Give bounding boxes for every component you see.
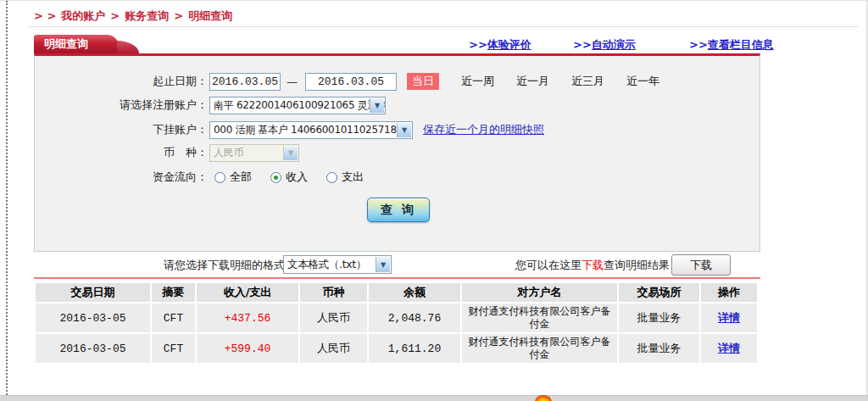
link-auto-demo[interactable]: >>自动演示 — [573, 37, 636, 53]
cell-balance: 1,611.20 — [367, 334, 460, 363]
detail-link[interactable]: 详情 — [718, 310, 740, 326]
form-row-flow: 资金流向： 全部 收入 支出 — [34, 168, 754, 187]
download-hint-link[interactable]: 下载 — [581, 259, 604, 271]
flow-option-label: 支出 — [342, 170, 364, 185]
breadcrumb-item-account-query[interactable]: 账务查询 — [125, 9, 169, 22]
chevron-down-icon[interactable]: ▼ — [376, 257, 390, 272]
date-range-dash: — — [287, 75, 298, 88]
date-to-input[interactable] — [305, 73, 397, 91]
download-format-label: 请您选择下载明细的格式 — [164, 258, 285, 273]
sub-account-select[interactable]: 000 活期 基本户 1406600101102571848 ▼ — [209, 121, 413, 139]
download-hint-before: 您可以在这里 — [515, 259, 581, 271]
range-last-week-button[interactable]: 近一周 — [461, 74, 494, 89]
radio-unchecked-icon — [214, 172, 225, 183]
range-last-month-button[interactable]: 近一月 — [516, 74, 549, 89]
link-arrows: >> — [469, 38, 487, 51]
breadcrumb-item-my-account[interactable]: 我的账户 — [61, 9, 105, 22]
save-snapshot-link[interactable]: 保存近一个月的明细快照 — [423, 122, 544, 137]
tab-detail-query: 明细查询 — [34, 35, 119, 53]
cell-currency: 人民币 — [298, 304, 367, 332]
form-row-sub-account: 下挂账户： 000 活期 基本户 1406600101102571848 ▼ 保… — [34, 120, 754, 139]
table-row: 2016-03-05 CFT +437.56 人民币 2,048.76 财付通支… — [36, 304, 757, 332]
link-experience-rating[interactable]: >>体验评价 — [469, 37, 531, 53]
flow-option-expense[interactable]: 支出 — [326, 170, 364, 185]
chevron-down-icon[interactable]: ▼ — [370, 98, 384, 113]
download-hint-after: 查询明细结果 — [604, 259, 670, 271]
cell-amount: +437.56 — [195, 304, 298, 332]
cell-balance: 2,048.76 — [367, 304, 460, 332]
date-from-input[interactable] — [209, 73, 281, 91]
date-range-label: 起止日期： — [34, 74, 208, 89]
form-row-date-range: 起止日期： — 当日 近一周 近一月 近三月 近一年 — [34, 72, 754, 91]
chevron-down-icon: ▼ — [283, 146, 298, 160]
cell-amount: +599.40 — [195, 334, 298, 363]
col-header-action: 操作 — [699, 283, 757, 302]
form-row-register-account: 请选择注册账户： 南平 6222001406100921065 灵通卡 ▼ — [34, 96, 754, 114]
table-top-separator — [34, 277, 760, 279]
col-header-channel: 交易场所 — [617, 283, 699, 302]
register-account-select[interactable]: 南平 6222001406100921065 灵通卡 ▼ — [209, 97, 386, 114]
tab-title: 明细查询 — [44, 37, 88, 50]
bottom-strip — [0, 395, 868, 401]
breadcrumb-divider — [29, 26, 858, 27]
link-label: 自动演示 — [592, 38, 636, 51]
left-dotted-border — [6, 1, 8, 401]
radio-checked-icon — [270, 172, 281, 183]
cell-counterparty: 财付通支付科技有限公司客户备付金 — [460, 334, 617, 363]
table-row: 2016-03-05 CFT +599.40 人民币 1,611.20 财付通支… — [36, 334, 757, 363]
breadcrumb-item-detail-query[interactable]: 明细查询 — [188, 9, 232, 22]
col-header-currency: 币种 — [298, 283, 367, 302]
link-label: 查看栏目信息 — [708, 38, 774, 51]
sub-account-label: 下挂账户： — [34, 122, 208, 137]
link-arrows: >> — [689, 38, 708, 51]
cell-channel: 批量业务 — [617, 334, 699, 363]
form-row-currency: 币 种： 人民币 ▼ — [34, 143, 754, 162]
detail-link[interactable]: 详情 — [718, 341, 740, 356]
query-button[interactable]: 查 询 — [367, 198, 430, 222]
range-last-year-button[interactable]: 近一年 — [626, 74, 659, 89]
currency-value: 人民币 — [210, 146, 259, 160]
col-header-balance: 余额 — [367, 283, 460, 302]
transactions-table: 交易日期 摘要 收入/支出 币种 余额 对方户名 交易场所 操作 2016-03… — [36, 283, 757, 365]
link-arrows: >> — [573, 38, 592, 51]
cell-currency: 人民币 — [298, 334, 367, 363]
flow-option-income[interactable]: 收入 — [270, 170, 308, 185]
download-format-value: 文本格式（.txt） — [284, 258, 382, 272]
radio-unchecked-icon — [326, 172, 337, 183]
range-last-quarter-button[interactable]: 近三月 — [571, 74, 604, 89]
breadcrumb-arrows: > > — [34, 9, 56, 22]
col-header-summary: 摘要 — [150, 283, 195, 302]
flow-option-label: 收入 — [286, 170, 308, 185]
link-label: 体验评价 — [487, 38, 531, 51]
cell-channel: 批量业务 — [617, 304, 699, 332]
col-header-amount: 收入/支出 — [195, 283, 298, 302]
cell-date: 2016-03-05 — [36, 334, 150, 363]
cell-summary: CFT — [150, 334, 195, 363]
breadcrumb-separator: > — [174, 9, 183, 22]
chevron-down-icon[interactable]: ▼ — [397, 123, 411, 137]
cell-summary: CFT — [150, 304, 195, 332]
cell-date: 2016-03-05 — [36, 304, 150, 332]
download-hint: 您可以在这里下载查询明细结果 — [515, 258, 670, 273]
flow-option-label: 全部 — [230, 170, 252, 185]
download-button[interactable]: 下载 — [671, 254, 731, 276]
breadcrumb-separator: > — [110, 9, 120, 22]
currency-select-disabled: 人民币 ▼ — [209, 144, 299, 162]
breadcrumb: > >我的账户>账务查询>明细查询 — [34, 8, 237, 24]
link-column-info[interactable]: >>查看栏目信息 — [689, 37, 774, 53]
flow-option-all[interactable]: 全部 — [214, 170, 252, 185]
today-button[interactable]: 当日 — [407, 73, 439, 90]
download-format-select[interactable]: 文本格式（.txt） ▼ — [283, 255, 392, 274]
cell-counterparty: 财付通支付科技有限公司客户备付金 — [460, 304, 617, 332]
sub-account-value: 000 活期 基本户 1406600101102571848 — [210, 123, 412, 137]
table-header-row: 交易日期 摘要 收入/支出 币种 余额 对方户名 交易场所 操作 — [36, 283, 757, 302]
flow-label: 资金流向： — [34, 170, 208, 185]
register-account-label: 请选择注册账户： — [34, 97, 208, 113]
detail-query-page: > >我的账户>账务查询>明细查询 明细查询 >>体验评价 >>自动演示 >>查… — [0, 0, 868, 401]
col-header-date: 交易日期 — [36, 283, 150, 302]
register-account-value: 南平 6222001406100921065 灵通卡 — [210, 98, 385, 113]
currency-label: 币 种： — [34, 145, 208, 160]
col-header-counterparty: 对方户名 — [460, 283, 617, 302]
